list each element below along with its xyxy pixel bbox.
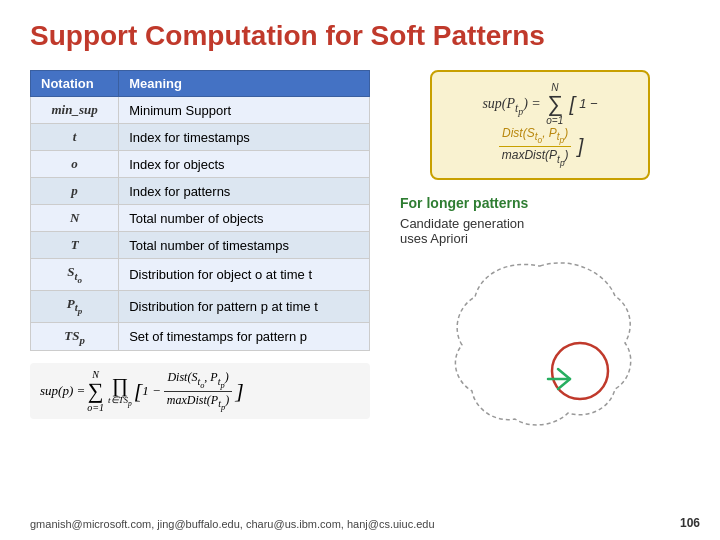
table-row: Ptp Distribution for pattern p at time t [31, 290, 370, 322]
longer-patterns-label: For longer patterns [400, 195, 528, 211]
table-row: Sto Distribution for object o at time t [31, 259, 370, 291]
meaning-cell: Distribution for pattern p at time t [119, 290, 370, 322]
notation-cell: o [31, 151, 119, 178]
meaning-cell: Set of timestamps for pattern p [119, 322, 370, 351]
notation-cell: t [31, 124, 119, 151]
page-number: 106 [680, 516, 700, 530]
notation-cell: Sto [31, 259, 119, 291]
meaning-cell: Index for objects [119, 151, 370, 178]
notation-cell: p [31, 178, 119, 205]
footer-email: gmanish@microsoft.com, jing@buffalo.edu,… [30, 518, 435, 530]
notation-cell: min_sup [31, 97, 119, 124]
notation-cell: TSp [31, 322, 119, 351]
col-header-meaning: Meaning [119, 71, 370, 97]
notation-table: Notation Meaning min_sup Minimum Support… [30, 70, 370, 351]
meaning-cell: Minimum Support [119, 97, 370, 124]
right-panel: sup(Ptp) = N ∑ o=1 [ 1 − Dist(Sto, Ptp) … [390, 70, 690, 431]
meaning-cell: Index for timestamps [119, 124, 370, 151]
sub-formula: sup(p) = N ∑ o=1 ∏ t∈TSp [ 1 − Dist(Sto,… [30, 363, 370, 419]
meaning-cell: Total number of timestamps [119, 232, 370, 259]
table-row: min_sup Minimum Support [31, 97, 370, 124]
left-panel: Notation Meaning min_sup Minimum Support… [30, 70, 370, 431]
table-row: o Index for objects [31, 151, 370, 178]
notation-cell: Ptp [31, 290, 119, 322]
table-row: p Index for patterns [31, 178, 370, 205]
table-row: t Index for timestamps [31, 124, 370, 151]
table-row: T Total number of timestamps [31, 232, 370, 259]
notation-cell: T [31, 232, 119, 259]
table-row: N Total number of objects [31, 205, 370, 232]
meaning-cell: Total number of objects [119, 205, 370, 232]
formula-box: sup(Ptp) = N ∑ o=1 [ 1 − Dist(Sto, Ptp) … [430, 70, 650, 180]
content-area: Notation Meaning min_sup Minimum Support… [30, 70, 690, 431]
blob-illustration [440, 251, 640, 431]
blob-svg [440, 251, 640, 431]
meaning-cell: Distribution for object o at time t [119, 259, 370, 291]
candidate-line1: Candidate generation uses Apriori [400, 216, 524, 246]
notation-cell: N [31, 205, 119, 232]
page: Support Computation for Soft Patterns No… [0, 0, 720, 540]
page-title: Support Computation for Soft Patterns [30, 20, 690, 52]
table-row: TSp Set of timestamps for pattern p [31, 322, 370, 351]
meaning-cell: Index for patterns [119, 178, 370, 205]
col-header-notation: Notation [31, 71, 119, 97]
